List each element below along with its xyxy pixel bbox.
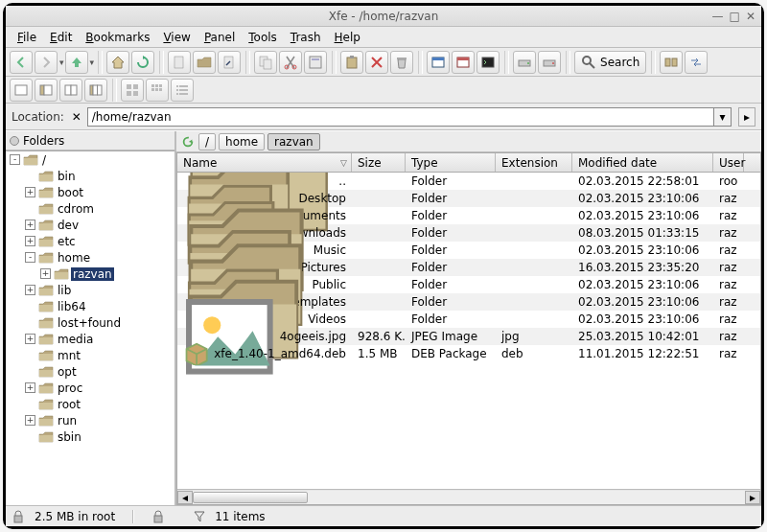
terminal-button[interactable] (476, 51, 500, 74)
tree-item-[interactable]: -/ (6, 151, 174, 168)
tree-expander-icon[interactable]: - (10, 154, 20, 165)
refresh-button[interactable] (131, 51, 154, 74)
tree-expander-icon[interactable]: + (25, 187, 35, 197)
tree-expander-icon[interactable]: + (25, 220, 35, 230)
trash-button[interactable] (390, 51, 413, 74)
nav-up-button[interactable] (65, 51, 88, 74)
panel-layout-4[interactable] (84, 79, 107, 102)
panel-layout-2[interactable] (35, 79, 58, 102)
tree-item-run[interactable]: +run (6, 412, 174, 428)
tree-expander-icon[interactable]: - (25, 252, 35, 263)
sync-panels-button[interactable] (660, 51, 683, 74)
tree-item-bin[interactable]: bin (6, 168, 174, 184)
path-segment[interactable]: razvan (267, 133, 320, 150)
tree-expander-icon[interactable]: + (25, 415, 35, 426)
nav-forward-button[interactable] (35, 51, 58, 74)
delete-button[interactable] (365, 51, 388, 74)
home-button[interactable] (106, 51, 129, 74)
scroll-right-icon[interactable]: ▸ (745, 491, 760, 504)
link-button[interactable] (218, 51, 241, 74)
tree-item-home[interactable]: -home (6, 249, 174, 266)
panel-layout-1[interactable] (10, 79, 33, 102)
tree-item-etc[interactable]: +etc (6, 233, 174, 249)
tree-item-boot[interactable]: +boot (6, 184, 174, 200)
svg-point-17 (527, 62, 529, 64)
chevron-down-icon[interactable]: ▾ (90, 58, 95, 67)
column-header-type[interactable]: Type (406, 153, 496, 172)
tree-expander-icon[interactable]: + (25, 285, 35, 295)
column-header-ext[interactable]: Extension (496, 153, 572, 172)
column-header-name[interactable]: Name▽ (177, 153, 352, 172)
column-header-size[interactable]: Size (352, 153, 406, 172)
horizontal-scrollbar[interactable]: ◂ ▸ (177, 489, 760, 504)
sidebar-toggle-icon[interactable] (10, 136, 19, 146)
tree-item-media[interactable]: +media (6, 331, 174, 347)
panel-layout-3[interactable] (59, 79, 82, 102)
title-bar: Xfe - /home/razvan — □ ✕ (6, 6, 761, 27)
tree-item-dev[interactable]: +dev (6, 217, 174, 233)
tree-item-lib[interactable]: +lib (6, 282, 174, 298)
tree-item-razvan[interactable]: +razvan (6, 266, 174, 282)
location-clear-icon[interactable]: ✕ (70, 110, 83, 124)
view-details[interactable] (171, 79, 194, 102)
tree-item-sbin[interactable]: sbin (6, 428, 174, 445)
new-root-window-button[interactable] (452, 51, 475, 74)
new-file-button[interactable] (168, 51, 191, 74)
tree-item-cdrom[interactable]: cdrom (6, 200, 174, 217)
svg-rect-27 (71, 85, 77, 95)
minimize-icon[interactable]: — (712, 10, 724, 23)
paste-button[interactable] (340, 51, 363, 74)
svg-rect-40 (159, 88, 162, 91)
column-header-user[interactable]: User (713, 153, 744, 172)
nav-back-button[interactable] (10, 51, 33, 74)
tree-expander-icon[interactable]: + (25, 236, 35, 246)
menu-panel[interactable]: Panel (198, 29, 241, 45)
file-list[interactable]: Name▽SizeTypeExtensionModified dateUser … (176, 152, 761, 505)
location-dropdown-icon[interactable]: ▾ (714, 107, 732, 127)
path-segment[interactable]: home (219, 133, 265, 150)
menu-edit[interactable]: Edit (44, 29, 78, 45)
tree-expander-icon[interactable]: + (25, 334, 35, 344)
scroll-left-icon[interactable]: ◂ (177, 491, 193, 504)
close-icon[interactable]: ✕ (746, 10, 755, 23)
svg-rect-8 (347, 58, 357, 68)
tree-expander-icon[interactable]: + (25, 382, 35, 393)
tree-item-lib64[interactable]: lib64 (6, 298, 174, 314)
svg-rect-25 (44, 85, 52, 95)
list-item[interactable]: xfe_1.40-1_amd64.deb1.5 MBDEB Packagedeb… (177, 345, 760, 362)
folder-tree[interactable]: -/bin+bootcdrom+dev+etc-home+razvan+libl… (6, 150, 174, 505)
mount-button[interactable] (513, 51, 536, 74)
tree-item-mnt[interactable]: mnt (6, 347, 174, 363)
search-button[interactable]: Search (574, 51, 646, 74)
view-big-icons[interactable] (121, 79, 144, 102)
menu-tools[interactable]: Tools (243, 29, 283, 45)
tree-item-root[interactable]: root (6, 396, 174, 412)
new-window-button[interactable] (427, 51, 450, 74)
menu-help[interactable]: Help (329, 29, 366, 45)
menu-trash[interactable]: Trash (285, 29, 327, 45)
column-header-mod[interactable]: Modified date (572, 153, 713, 172)
cut-button[interactable] (279, 51, 302, 74)
unmount-button[interactable] (538, 51, 561, 74)
tree-item-proc[interactable]: +proc (6, 380, 174, 396)
menu-file[interactable]: File (12, 29, 42, 45)
swap-panels-button[interactable] (685, 51, 708, 74)
copy-button[interactable] (254, 51, 277, 74)
menu-bar: FileEditBookmarksViewPanelToolsTrashHelp (6, 27, 761, 48)
location-go-icon[interactable]: ▸ (738, 107, 755, 127)
view-small-icons[interactable] (146, 79, 169, 102)
menu-bookmarks[interactable]: Bookmarks (80, 29, 155, 45)
path-segment[interactable]: / (198, 133, 216, 150)
maximize-icon[interactable]: □ (730, 10, 740, 23)
tree-item-lostfound[interactable]: lost+found (6, 314, 174, 331)
properties-button[interactable] (304, 51, 327, 74)
scroll-thumb[interactable] (193, 492, 308, 503)
new-folder-button[interactable] (193, 51, 216, 74)
tree-expander-icon[interactable]: + (40, 268, 51, 279)
menu-view[interactable]: View (157, 29, 196, 45)
tree-item-opt[interactable]: opt (6, 363, 174, 380)
svg-rect-9 (350, 56, 354, 58)
reload-icon[interactable] (180, 134, 196, 150)
chevron-down-icon[interactable]: ▾ (59, 58, 64, 67)
location-input[interactable] (87, 107, 714, 127)
